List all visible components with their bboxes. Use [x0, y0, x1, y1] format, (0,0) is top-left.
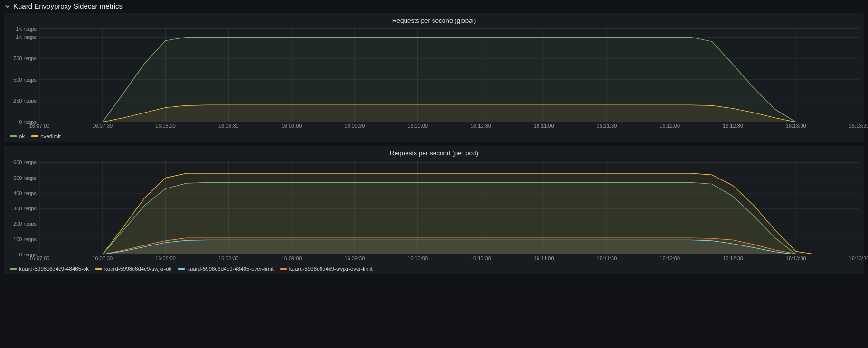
x-tick-label: 16:09:00: [282, 255, 302, 261]
x-tick-label: 16:13:30: [849, 255, 868, 261]
x-tick-label: 16:13:30: [849, 123, 868, 129]
x-tick-label: 16:12:00: [660, 123, 680, 129]
panel-title: Requests per second (per pod): [9, 149, 859, 160]
x-tick-label: 16:11:30: [597, 255, 617, 261]
legend-label: kuard-5998c6d4c9-swjxr-ok: [104, 266, 171, 272]
x-tick-label: 16:10:00: [407, 123, 428, 129]
y-tick-label: 400 reqps: [9, 190, 39, 196]
row-header[interactable]: Kuard Envoyproxy Sidecar metrics: [0, 0, 868, 13]
legend-swatch: [31, 135, 38, 137]
x-tick-label: 16:13:00: [786, 255, 806, 261]
legend-item[interactable]: kuard-5998c6d4c9-48465-ok: [10, 266, 89, 272]
x-tick-label: 16:07:30: [92, 255, 113, 261]
legend-item[interactable]: kuard-5998c6d4c9-swjxr-ok: [95, 266, 171, 272]
legend-item[interactable]: overlimit: [31, 133, 61, 139]
legend-item[interactable]: kuard-5998c6d4c9-swjxr-over-limit: [280, 266, 373, 272]
x-tick-label: 16:09:30: [344, 255, 365, 261]
x-axis: 16:07:0016:07:3016:08:0016:08:3016:09:00…: [39, 254, 859, 263]
legend-swatch: [280, 268, 287, 270]
x-tick-label: 16:11:30: [597, 123, 617, 129]
y-tick-label: 100 reqps: [9, 236, 39, 242]
row-title: Kuard Envoyproxy Sidecar metrics: [13, 2, 123, 10]
y-tick-label: 200 reqps: [9, 221, 39, 226]
y-tick-label: 250 reqps: [9, 98, 39, 103]
y-tick-label: 300 reqps: [9, 206, 39, 211]
x-tick-label: 16:08:00: [155, 123, 176, 129]
panel-global-rps[interactable]: Requests per second (global) 0 reqps250 …: [4, 13, 864, 142]
y-tick-label: 600 reqps: [9, 160, 39, 165]
legend-swatch: [10, 268, 17, 270]
legend-item[interactable]: kuard-5998c6d4c9-48465-over-limit: [178, 266, 274, 272]
legend-item[interactable]: ok: [10, 133, 25, 139]
y-axis: 0 reqps100 reqps200 reqps300 reqps400 re…: [9, 160, 39, 254]
x-tick-label: 16:08:30: [218, 255, 239, 261]
x-tick-label: 16:07:30: [92, 123, 113, 129]
y-tick-label: 500 reqps: [9, 77, 39, 83]
y-axis: 0 reqps250 reqps500 reqps750 reqps1K req…: [9, 27, 39, 122]
panel-title: Requests per second (global): [9, 16, 859, 27]
chevron-down-icon: [5, 3, 10, 9]
x-tick-label: 16:12:00: [660, 255, 680, 261]
x-tick-label: 16:10:30: [471, 123, 491, 129]
legend-label: overlimit: [40, 133, 61, 139]
x-tick-label: 16:12:30: [723, 255, 743, 261]
legend-swatch: [178, 268, 185, 270]
x-tick-label: 16:07:00: [29, 255, 50, 261]
legend-label: kuard-5998c6d4c9-48465-over-limit: [187, 266, 274, 272]
x-tick-label: 16:11:00: [534, 123, 554, 129]
x-axis: 16:07:0016:07:3016:08:0016:08:3016:09:00…: [39, 122, 859, 131]
legend-label: kuard-5998c6d4c9-48465-ok: [19, 266, 89, 272]
legend-label: ok: [19, 133, 25, 139]
chart-legend: kuard-5998c6d4c9-48465-okkuard-5998c6d4c…: [9, 263, 859, 273]
panel-per-pod-rps[interactable]: Requests per second (per pod) 0 reqps100…: [4, 145, 864, 275]
x-tick-label: 16:07:00: [29, 123, 50, 129]
x-tick-label: 16:08:00: [155, 255, 176, 261]
x-tick-label: 16:08:30: [218, 123, 239, 129]
chart-plot[interactable]: [39, 160, 859, 254]
x-tick-label: 16:13:00: [786, 123, 806, 129]
chart-legend: okoverlimit: [9, 131, 859, 140]
x-tick-label: 16:09:30: [344, 123, 365, 129]
y-tick-label: 1K reqps: [9, 26, 39, 32]
x-tick-label: 16:11:00: [534, 255, 554, 261]
legend-swatch: [95, 268, 102, 270]
y-tick-label: 500 reqps: [9, 175, 39, 181]
y-tick-label: 750 reqps: [9, 56, 39, 61]
x-tick-label: 16:10:00: [407, 255, 428, 261]
legend-swatch: [10, 135, 17, 137]
legend-label: kuard-5998c6d4c9-swjxr-over-limit: [289, 266, 373, 272]
x-tick-label: 16:10:30: [471, 255, 491, 261]
chart-plot[interactable]: [39, 27, 859, 122]
x-tick-label: 16:09:00: [282, 123, 302, 129]
x-tick-label: 16:12:30: [723, 123, 743, 129]
y-tick-label: 1K reqps: [9, 34, 39, 40]
